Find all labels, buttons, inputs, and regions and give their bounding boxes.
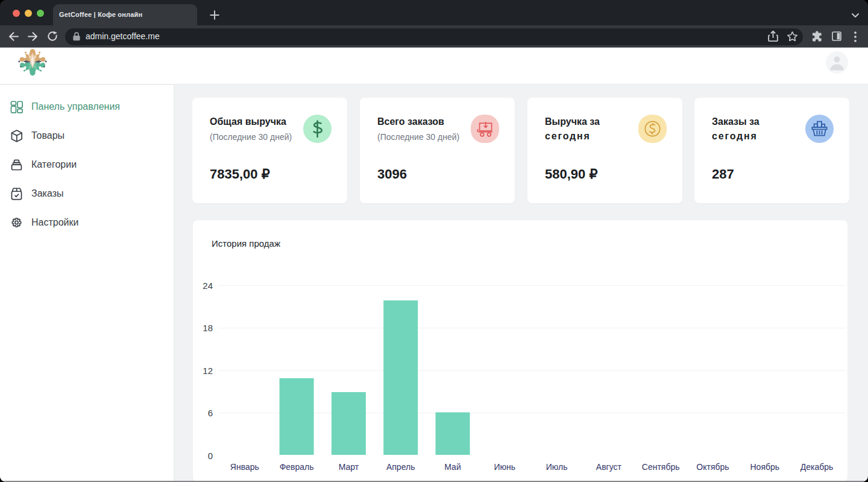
svg-text:Октябрь: Октябрь — [696, 462, 729, 472]
svg-text:Январь: Январь — [230, 462, 259, 472]
svg-text:Август: Август — [596, 462, 622, 472]
svg-text:Декабрь: Декабрь — [800, 462, 834, 472]
svg-text:Сентябрь: Сентябрь — [642, 462, 680, 472]
svg-text:24: 24 — [203, 281, 213, 291]
svg-text:Июль: Июль — [546, 462, 568, 472]
svg-text:0: 0 — [208, 451, 213, 461]
svg-text:Апрель: Апрель — [386, 462, 415, 472]
svg-text:6: 6 — [208, 408, 213, 418]
svg-text:Ноябрь: Ноябрь — [750, 462, 780, 472]
svg-text:Май: Май — [444, 462, 461, 472]
svg-text:Март: Март — [339, 462, 359, 472]
svg-text:Июнь: Июнь — [494, 462, 516, 472]
svg-text:12: 12 — [203, 366, 213, 376]
svg-text:18: 18 — [203, 323, 213, 333]
svg-text:Февраль: Февраль — [280, 462, 314, 472]
